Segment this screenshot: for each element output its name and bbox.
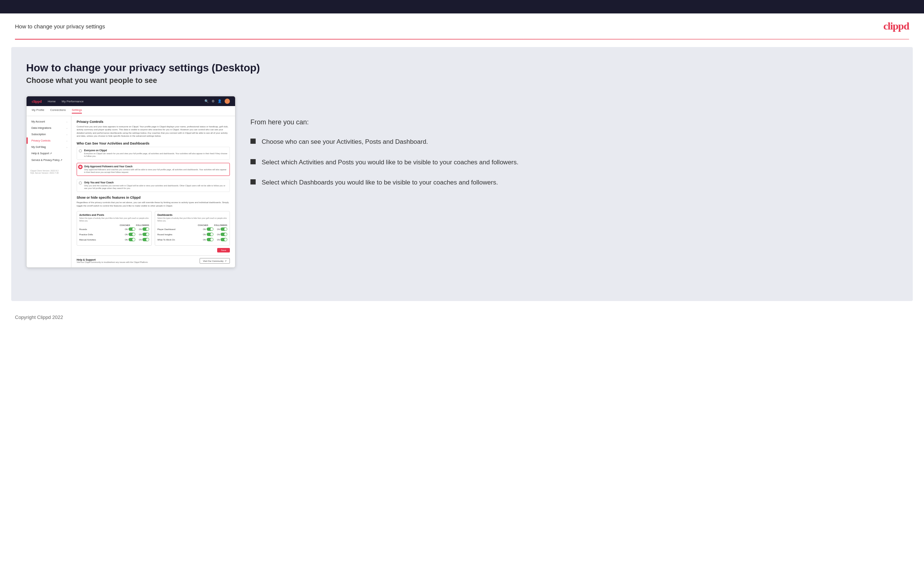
- footer: Copyright Clippd 2022: [0, 308, 924, 326]
- header-title: How to change your privacy settings: [15, 23, 105, 29]
- toggle-rounds-coaches: [129, 227, 135, 231]
- mock-radio-group: Everyone on Clippd Everyone on Clippd ca…: [77, 147, 230, 192]
- mock-sidebar-subscription: Subscription ›: [27, 131, 71, 137]
- toggle-whattowork-coaches: [207, 238, 213, 241]
- mock-toggle-player-dash: Player Dashboard ON ON: [157, 227, 227, 231]
- bullet-text-2: Select which Activities and Posts you wo…: [262, 158, 519, 167]
- radio-dot-everyone: [79, 149, 82, 152]
- footer-text: Copyright Clippd 2022: [15, 314, 63, 320]
- toggle-roundinsights-followers: [221, 233, 227, 236]
- mock-help-sub: Visit our Clippd community to troublesho…: [77, 261, 149, 263]
- radio-dot-followers: [79, 166, 82, 168]
- mock-toggles-row: Activities and Posts Select the types of…: [77, 211, 230, 246]
- mock-show-hide-desc: Regardless of the privacy controls that …: [77, 201, 230, 207]
- mock-logo: clippd: [32, 99, 42, 103]
- mock-toggle-manual: Manual Activities ON ON: [79, 238, 149, 241]
- page-heading: How to change your privacy settings (Des…: [26, 62, 898, 74]
- mock-sidebar-service-privacy: Service & Privacy Policy ↗: [27, 157, 71, 164]
- page-subheading: Choose what you want people to see: [26, 76, 898, 85]
- bullet-item-2: Select which Activities and Posts you wo…: [250, 158, 898, 167]
- mock-nav-icons: 🔍 ⚙ 👤: [204, 98, 230, 104]
- mock-radio-everyone: Everyone on Clippd Everyone on Clippd ca…: [77, 147, 230, 160]
- screenshot-mockup: clippd Home My Performance 🔍 ⚙ 👤 My Prof…: [26, 96, 236, 268]
- external-link-icon: ↗: [225, 259, 226, 262]
- mock-body: My Account › Data Integrations › Subscri…: [27, 116, 235, 268]
- mock-sidebar-data-integrations: Data Integrations ›: [27, 125, 71, 131]
- mock-visit-community-button[interactable]: Visit Our Community ↗: [200, 258, 230, 264]
- mock-sidebar: My Account › Data Integrations › Subscri…: [27, 116, 71, 268]
- toggle-manual-followers: [142, 238, 149, 241]
- bullet-square-1: [250, 139, 256, 144]
- toggle-roundinsights-coaches: [207, 233, 213, 236]
- bullet-list: Choose who can see your Activities, Post…: [250, 137, 898, 187]
- user-icon: 👤: [218, 99, 222, 103]
- mock-radio-only-you: Only You and Your Coach Only you and the…: [77, 179, 230, 192]
- mock-toggle-practice: Practice Drills ON ON: [79, 233, 149, 236]
- mock-subnav-connections: Connections: [50, 108, 66, 114]
- mock-sidebar-version: Clippd Client Version: 2022.8.2SQL Serve…: [27, 167, 71, 176]
- search-icon: 🔍: [204, 99, 208, 103]
- mock-help-title: Help & Support: [77, 258, 149, 261]
- bullet-square-2: [250, 159, 256, 164]
- mock-subnav: My Profile Connections Settings: [27, 106, 235, 116]
- top-bar: [0, 0, 924, 13]
- mock-sidebar-my-golf-bag: My Golf Bag ›: [27, 144, 71, 150]
- bullet-text-1: Choose who can see your Activities, Post…: [262, 137, 428, 147]
- mock-nav-performance: My Performance: [62, 100, 84, 103]
- toggle-playerdash-coaches: [207, 227, 213, 231]
- mock-subnav-profile: My Profile: [32, 108, 44, 114]
- mock-toggle-what-to-work: What To Work On ON ON: [157, 238, 227, 241]
- mock-toggle-round-insights: Round Insights ON ON: [157, 233, 227, 236]
- toggle-manual-coaches: [129, 238, 135, 241]
- avatar: [225, 98, 230, 104]
- radio-dot-only-you: [79, 182, 82, 184]
- mock-main-panel: Privacy Controls Control how you and you…: [71, 116, 235, 268]
- mock-sidebar-my-account: My Account ›: [27, 118, 71, 125]
- mock-save-row: Save: [77, 248, 230, 253]
- mock-privacy-title: Privacy Controls: [77, 120, 230, 124]
- logo: clippd: [883, 20, 909, 32]
- right-panel: From here you can: Choose who can see yo…: [250, 96, 898, 187]
- bullet-text-3: Select which Dashboards you would like t…: [262, 178, 498, 187]
- mock-sidebar-help-support: Help & Support ↗: [27, 150, 71, 157]
- mock-dashboards-box: Dashboards Select the types of activity …: [155, 211, 230, 246]
- mock-save-button[interactable]: Save: [217, 248, 230, 253]
- mock-nav-home: Home: [48, 100, 56, 103]
- bullet-square-3: [250, 179, 256, 184]
- mock-help-section: Help & Support Visit our Clippd communit…: [77, 255, 230, 264]
- mock-radio-followers: Only Approved Followers and Your Coach O…: [77, 163, 230, 176]
- toggle-practice-followers: [142, 233, 149, 236]
- bullet-item-3: Select which Dashboards you would like t…: [250, 178, 898, 187]
- header: How to change your privacy settings clip…: [0, 13, 924, 39]
- toggle-rounds-followers: [142, 227, 149, 231]
- toggle-practice-coaches: [129, 233, 135, 236]
- chevron-icon: ›: [66, 133, 67, 135]
- chevron-icon: ›: [66, 127, 67, 129]
- right-intro: From here you can:: [250, 118, 898, 126]
- chevron-icon: ›: [66, 140, 67, 142]
- mock-privacy-desc: Control how you and your data appears to…: [77, 125, 230, 138]
- chevron-icon: ›: [66, 146, 67, 148]
- mock-navbar: clippd Home My Performance 🔍 ⚙ 👤: [27, 96, 235, 106]
- mock-subnav-settings: Settings: [72, 108, 82, 114]
- toggle-whattowork-followers: [221, 238, 227, 241]
- content-columns: clippd Home My Performance 🔍 ⚙ 👤 My Prof…: [26, 96, 898, 268]
- grid-icon: ⚙: [212, 99, 215, 103]
- mock-toggle-rounds: Rounds ON ON: [79, 227, 149, 231]
- mock-show-hide-title: Show or hide specific features in Clippd: [77, 196, 230, 200]
- chevron-icon: ›: [66, 121, 67, 123]
- main-content: How to change your privacy settings (Des…: [11, 47, 913, 301]
- mock-who-can-see-title: Who Can See Your Activities and Dashboar…: [77, 142, 230, 145]
- mock-activities-box: Activities and Posts Select the types of…: [77, 211, 152, 246]
- mock-sidebar-privacy-controls: Privacy Controls ›: [27, 137, 71, 144]
- toggle-playerdash-followers: [221, 227, 227, 231]
- bullet-item-1: Choose who can see your Activities, Post…: [250, 137, 898, 147]
- header-divider: [15, 39, 909, 40]
